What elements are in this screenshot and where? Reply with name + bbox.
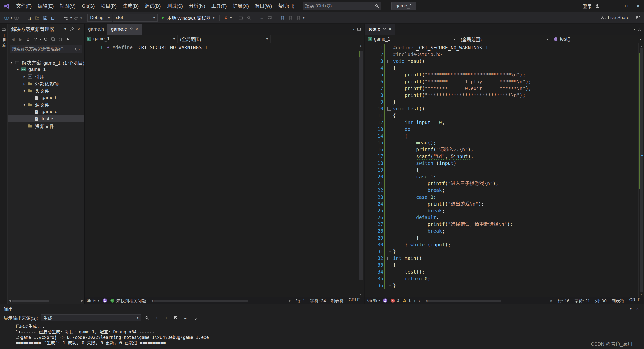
eol-indicator[interactable]: CRLF [349,297,360,304]
toggle-word-wrap-icon[interactable] [191,314,198,321]
close-tab-icon[interactable]: × [135,26,138,32]
code-text[interactable]: #define _CRT_SECURE_NO_WARNINGS 1 [393,44,639,51]
collapse-region-icon[interactable] [387,257,391,260]
undo-icon[interactable] [62,14,70,22]
breakpoint-margin[interactable] [365,221,373,228]
solution-platform-dropdown[interactable]: x64▾ [113,14,158,22]
scroll-left-icon[interactable]: ◀ [9,299,11,302]
breakpoint-margin[interactable] [365,126,373,133]
start-debugging-button[interactable]: 本地 Windows 调试器 ▾ [158,14,217,22]
output-content[interactable]: CSDN @青色_忘川 已启动生成...1>------ 已启动生成: 项目: … [0,323,644,349]
pin-icon[interactable] [129,27,133,31]
code-line[interactable]: 10void test() [365,105,639,112]
navigate-back-dropdown-icon[interactable]: ▾ [11,16,12,20]
solution-explorer-hscrollbar[interactable]: ◀ ▶ [8,297,84,304]
tree-item[interactable]: ▾源文件 [8,101,84,108]
vscroll-thumb[interactable] [359,51,363,280]
document-list-icon[interactable]: ▾ [353,27,354,31]
code-line[interactable]: 30 } while (input); [365,241,639,248]
toolbox-tab[interactable]: 工具箱 [1,27,7,48]
collapse-arrow-icon[interactable]: ▾ [22,89,27,93]
code-text[interactable]: printf("*****************************\n"… [393,92,639,99]
code-text[interactable]: printf("进入三子棋游戏\n"); [393,180,639,187]
next-message-icon[interactable]: ↓ [163,314,170,321]
code-text[interactable]: printf("退出游戏\n"); [393,201,639,207]
breakpoint-margin[interactable] [365,146,373,153]
horizontal-scrollbar[interactable]: ◀ ▶ [423,299,555,302]
code-line[interactable]: 26 default: [365,214,639,221]
scroll-down-icon[interactable]: ▼ [640,292,643,297]
menu-item[interactable]: 文件(F) [13,0,35,12]
code-line[interactable]: 16 printf("请输入>:\n"); [365,146,639,153]
properties-icon[interactable] [65,36,71,43]
project-dropdown[interactable]: ++ game_1 ▾ [365,35,458,43]
breakpoint-margin[interactable] [85,44,92,51]
refresh-icon[interactable] [42,36,49,43]
member-dropdown[interactable] [271,35,364,43]
redo-icon[interactable] [72,14,80,22]
home-icon[interactable]: ⌂ [25,36,31,43]
breakpoint-margin[interactable] [365,194,373,201]
scroll-right-icon[interactable]: ▶ [81,299,83,302]
new-file-icon[interactable] [25,14,33,22]
vertical-scrollbar[interactable]: ▲ ▼ [358,43,364,297]
forward-icon[interactable]: ▶ [17,36,24,43]
scroll-left-icon[interactable]: ◀ [425,299,427,302]
tree-item[interactable]: ▾++game_1 [8,66,84,73]
close-panel-icon[interactable]: × [75,26,82,32]
solution-search-box[interactable]: ▾ [10,45,82,53]
code-line[interactable]: 33{ [365,262,639,268]
find-icon[interactable] [245,14,253,22]
menu-item[interactable]: 调试(D) [142,0,164,12]
previous-bookmark-icon[interactable] [287,14,294,22]
menu-item[interactable]: Git(G) [79,0,98,12]
code-text[interactable]: scanf("%d", &input); [393,153,639,160]
live-share-button[interactable]: Live Share [601,14,641,22]
zoom-control[interactable]: 65 %▾ [87,298,99,303]
editor-group-splitter[interactable] [364,24,365,304]
filter-dropdown-icon[interactable]: ▾ [40,37,41,41]
code-text[interactable]: #include<stdio.h> [393,51,639,58]
breakpoint-margin[interactable] [365,180,373,187]
tabs-indicator[interactable]: 制表符 [612,297,624,304]
hscroll-thumb[interactable] [428,300,501,302]
code-text[interactable]: do [393,126,639,133]
menu-item[interactable]: 窗口(W) [252,0,275,12]
scroll-right-icon[interactable]: ▶ [289,299,291,302]
breakpoint-margin[interactable] [365,214,373,221]
code-line[interactable]: 2#include<stdio.h> [365,51,639,58]
tree-item[interactable]: ▾解决方案 'game_1' (1 个项目) [8,59,84,66]
code-text[interactable]: test(); [393,268,639,275]
code-line[interactable]: 6 printf("******* 1.play ******\n"); [365,78,639,85]
breakpoint-margin[interactable] [365,173,373,180]
find-message-icon[interactable] [144,314,151,321]
eol-indicator[interactable]: CRLF [629,297,640,304]
code-text[interactable]: case 1: [393,173,639,180]
error-count[interactable]: 0 [391,298,399,303]
next-bookmark-icon[interactable] [295,14,302,22]
user-icon[interactable] [595,4,600,8]
code-line[interactable]: 24 printf("退出游戏\n"); [365,201,639,207]
show-all-files-icon[interactable] [57,36,64,43]
breakpoint-margin[interactable] [365,187,373,194]
code-text[interactable]: } [393,248,639,255]
menu-item[interactable]: 分析(N) [186,0,208,12]
code-line[interactable]: 22 break; [365,187,639,194]
document-tab[interactable]: game.c× [107,24,141,35]
menu-item[interactable]: 工具(T) [208,0,230,12]
collapse-region-icon[interactable] [387,60,391,63]
code-line[interactable]: 9} [365,99,639,105]
quick-search-box[interactable] [303,2,381,10]
project-dropdown[interactable]: ++ game_1 ▾ [85,35,178,43]
document-tab[interactable]: game.h [85,24,107,35]
search-options-icon[interactable]: ▾ [78,47,80,51]
vscroll-track[interactable] [639,48,644,292]
breakpoint-margin[interactable] [365,119,373,126]
warning-count[interactable]: 1 [402,298,411,303]
code-text[interactable]: #define _CRT_SECURE_NO_WARNINGS 1 [112,44,358,51]
breakpoint-margin[interactable] [365,268,373,275]
tree-item[interactable]: ▾头文件 [8,87,84,94]
breakpoint-margin[interactable] [365,71,373,78]
collapse-all-icon[interactable] [50,36,56,43]
breakpoint-margin[interactable] [365,262,373,268]
